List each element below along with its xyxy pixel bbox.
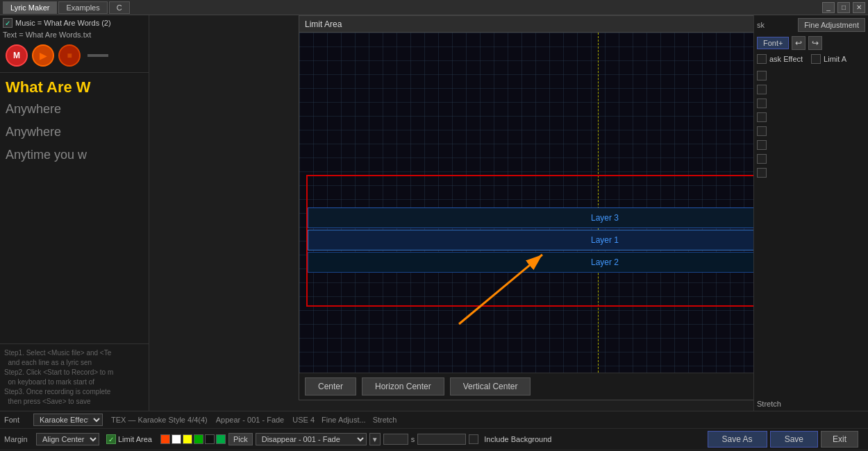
music-text: Music = What Are Words (2) <box>15 19 111 27</box>
include-bg-checkbox[interactable] <box>469 434 478 444</box>
disappear-select[interactable]: Disappear - 001 - Fade <box>256 433 367 445</box>
fine-adjustment-button[interactable]: Fine Adjustment <box>798 18 865 32</box>
window-controls: _ □ ✕ <box>822 2 865 13</box>
lyric-title: What Are W <box>6 78 143 96</box>
undo-button[interactable]: ↩ <box>792 36 806 50</box>
save-area: Save As Save Exit <box>656 428 864 450</box>
limit-area-checkbox[interactable]: ✓ <box>106 434 116 444</box>
stop-button[interactable]: ■ <box>58 44 81 67</box>
close-button[interactable]: ✕ <box>853 2 865 13</box>
effect-code: USE 4 <box>292 416 315 424</box>
center-button[interactable]: Center <box>305 377 356 395</box>
cb-box-1[interactable] <box>757 71 767 80</box>
cb-box-4[interactable] <box>757 112 767 122</box>
maximize-button[interactable]: □ <box>837 2 850 13</box>
limit-a-label: Limit A <box>824 55 846 63</box>
lyric-area: What Are W Anywhere Anywhere Anytime you… <box>0 73 149 343</box>
cb-item-2 <box>757 85 865 94</box>
pick-button[interactable]: Pick <box>228 433 253 445</box>
cb-box-7[interactable] <box>757 154 767 164</box>
left-panel: ✓ Music = What Are Words (2) Text = What… <box>0 15 149 411</box>
mask-effect-label: ask Effect <box>769 55 803 63</box>
swatch-white[interactable] <box>172 434 181 444</box>
appear-label: Appear - 001 - Fade <box>216 416 284 424</box>
swatch-yellow[interactable] <box>183 434 192 444</box>
left-top: ✓ Music = What Are Words (2) Text = What… <box>0 15 149 73</box>
title-bar: Lyric Maker Examples C _ □ ✕ <box>0 0 868 15</box>
align-select[interactable]: Align Center <box>36 433 99 445</box>
lyric-line-3: Anytime you w <box>6 148 143 162</box>
mask-effect-row: ask Effect Limit A <box>757 54 865 64</box>
bottom-row1: Font Karaoke Effect St TEX — Karaoke Sty… <box>0 411 868 429</box>
cb-item-4 <box>757 112 865 122</box>
color-swatches <box>160 434 226 444</box>
fine-adj-label2: Fine Adjust... <box>322 416 366 424</box>
swatch-green[interactable] <box>194 434 203 444</box>
redo-button[interactable]: ↪ <box>808 36 822 50</box>
tab-lyric-maker[interactable]: Lyric Maker <box>3 1 57 14</box>
disappear-arrow-button[interactable]: ▼ <box>369 433 381 445</box>
tab-c[interactable]: C <box>109 1 130 14</box>
limit-area-text: Limit Area <box>118 435 152 443</box>
right-panel: sk Fine Adjustment Font+ ↩ ↪ ask Effect … <box>753 15 868 411</box>
text-label: Text = What Are Words.txt <box>3 31 146 39</box>
save-as-button[interactable]: Save As <box>708 431 767 448</box>
cb-item-6 <box>757 140 865 150</box>
vertical-center-button[interactable]: Vertical Center <box>450 377 531 395</box>
time-input[interactable]: 0.25 <box>383 434 408 445</box>
dialog-title: Limit Area <box>305 19 342 29</box>
lyric-line-2: Anywhere <box>6 125 143 139</box>
cb-item-5 <box>757 126 865 136</box>
font-label: Font <box>4 416 29 424</box>
limit-area-check-row: ✓ Limit Area <box>106 434 152 444</box>
music-checkbox[interactable]: ✓ <box>3 18 12 28</box>
play-button[interactable]: ▶ <box>32 44 54 67</box>
effect-info: TEX — Karaoke Style 4/4(4) <box>111 416 208 424</box>
bottom-bar: Font Karaoke Effect St TEX — Karaoke Sty… <box>0 411 868 451</box>
mask-effect-checkbox[interactable] <box>757 54 767 64</box>
music-label-row: ✓ Music = What Are Words (2) <box>3 18 146 28</box>
cb-box-5[interactable] <box>757 126 767 136</box>
swatch-dark-green[interactable] <box>216 434 226 444</box>
cb-item-1 <box>757 71 865 80</box>
center-right-area: Limit Area ✕ Layer 3 Layer 1 Layer 2 <box>149 15 868 411</box>
horizon-center-button[interactable]: Horizon Center <box>362 377 444 395</box>
cb-item-7 <box>757 154 865 164</box>
instructions: Step1. Select <Music file> and <Te and e… <box>0 343 149 411</box>
exit-button[interactable]: Exit <box>821 431 858 448</box>
m-button[interactable]: M <box>6 44 28 67</box>
cb-box-2[interactable] <box>757 85 767 94</box>
karaoke-effect-select[interactable]: Karaoke Effect St <box>33 414 103 426</box>
include-bg-label: Include Background <box>484 435 551 443</box>
save-button[interactable]: Save <box>770 431 818 448</box>
bottom-row2: Margin Align Center ✓ Limit Area Pick Di… <box>0 429 868 450</box>
right-header: sk Fine Adjustment <box>757 18 865 32</box>
tab-examples[interactable]: Examples <box>58 1 107 14</box>
cb-box-8[interactable] <box>757 168 767 178</box>
swatch-red[interactable] <box>160 434 170 444</box>
lyric-line-1: Anywhere <box>6 102 143 117</box>
checkbox-list <box>757 68 865 180</box>
cb-box-6[interactable] <box>757 140 767 150</box>
slider[interactable] <box>87 54 108 57</box>
minimize-button[interactable]: _ <box>822 2 835 13</box>
cb-item-8 <box>757 168 865 178</box>
limit-a-checkbox[interactable] <box>811 54 821 64</box>
font-plus-button[interactable]: Font+ <box>757 37 789 49</box>
margin-label: Margin <box>4 435 33 443</box>
main-window: Lyric Maker Examples C _ □ ✕ ✓ Music = W… <box>0 0 868 451</box>
cb-item-3 <box>757 99 865 108</box>
swatch-black[interactable] <box>205 434 215 444</box>
task-label: sk <box>757 21 765 29</box>
tab-bar: Lyric Maker Examples C <box>3 1 130 14</box>
font-controls-row: Font+ ↩ ↪ <box>757 36 865 50</box>
arrow-indicator <box>403 241 556 331</box>
transparent-input[interactable]: 0% Transpare <box>417 434 466 445</box>
controls-row: M ▶ ■ <box>3 42 146 69</box>
cb-box-3[interactable] <box>757 99 767 108</box>
content-area: ✓ Music = What Are Words (2) Text = What… <box>0 15 868 411</box>
seconds-label: s <box>411 435 415 443</box>
stretch-label: Stretch <box>757 400 865 408</box>
svg-line-1 <box>459 255 542 324</box>
stretch-label2: Stretch <box>373 416 397 424</box>
